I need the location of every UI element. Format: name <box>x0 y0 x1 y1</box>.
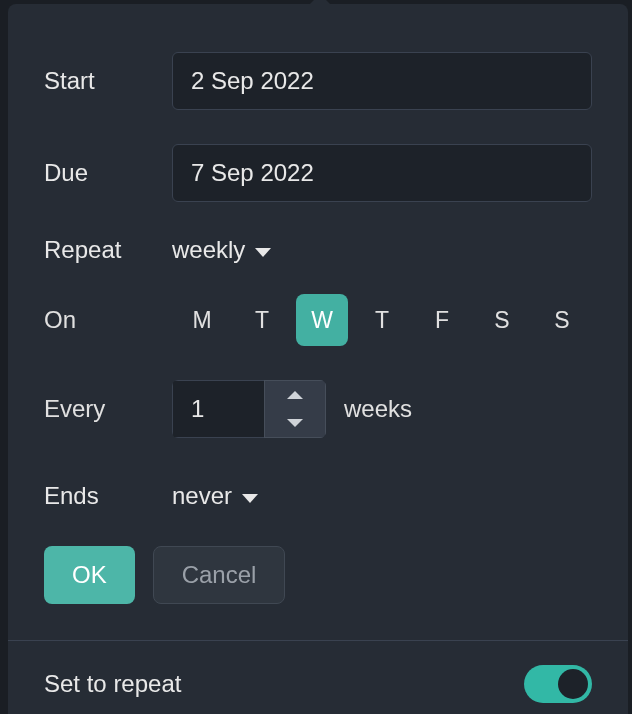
weekday-selector: MTWTFSS <box>172 294 592 346</box>
ends-dropdown[interactable]: never <box>172 482 258 510</box>
weekday-button[interactable]: T <box>352 294 412 346</box>
ends-value: never <box>172 482 232 510</box>
every-unit-label: weeks <box>344 395 412 423</box>
on-label: On <box>44 306 160 334</box>
weekday-button[interactable]: F <box>412 294 472 346</box>
start-label: Start <box>44 67 172 95</box>
start-date-value: 2 Sep 2022 <box>191 67 314 95</box>
set-to-repeat-toggle[interactable] <box>524 665 592 703</box>
stepper-down-button[interactable] <box>265 409 325 437</box>
repeat-value: weekly <box>172 236 245 264</box>
ends-label: Ends <box>44 482 172 510</box>
repeat-dropdown[interactable]: weekly <box>172 236 271 264</box>
stepper-up-button[interactable] <box>265 381 325 409</box>
chevron-up-icon <box>287 391 303 399</box>
start-date-input[interactable]: 2 Sep 2022 <box>172 52 592 110</box>
set-to-repeat-label: Set to repeat <box>44 670 181 698</box>
weekday-button[interactable]: M <box>172 294 232 346</box>
due-label: Due <box>44 159 172 187</box>
chevron-down-icon <box>255 248 271 257</box>
due-date-value: 7 Sep 2022 <box>191 159 314 187</box>
weekday-button[interactable]: W <box>296 294 348 346</box>
ok-button[interactable]: OK <box>44 546 135 604</box>
popover-caret <box>308 0 332 6</box>
repeat-settings-panel: Start 2 Sep 2022 Due 7 Sep 2022 Repeat w… <box>8 4 628 714</box>
toggle-knob <box>558 669 588 699</box>
weekday-button[interactable]: S <box>472 294 532 346</box>
every-label: Every <box>44 395 172 423</box>
every-value-input[interactable]: 1 <box>172 380 264 438</box>
every-stepper: 1 <box>172 380 326 438</box>
chevron-down-icon <box>242 494 258 503</box>
repeat-label: Repeat <box>44 236 172 264</box>
weekday-button[interactable]: T <box>232 294 292 346</box>
weekday-button[interactable]: S <box>532 294 592 346</box>
cancel-button[interactable]: Cancel <box>153 546 286 604</box>
chevron-down-icon <box>287 419 303 427</box>
due-date-input[interactable]: 7 Sep 2022 <box>172 144 592 202</box>
